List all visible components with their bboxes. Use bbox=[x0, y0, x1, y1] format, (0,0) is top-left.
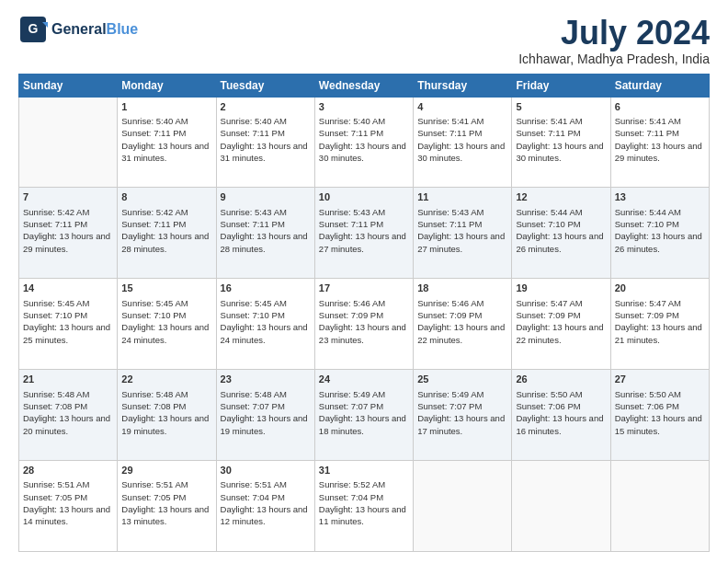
sunrise-text: Sunrise: 5:48 AM bbox=[121, 389, 188, 399]
sunset-text: Sunset: 7:11 PM bbox=[417, 128, 482, 138]
sunset-text: Sunset: 7:09 PM bbox=[516, 310, 580, 320]
day-number: 8 bbox=[121, 190, 211, 204]
sunset-text: Sunset: 7:07 PM bbox=[221, 401, 285, 411]
calendar-week-1: 1Sunrise: 5:40 AMSunset: 7:11 PMDaylight… bbox=[19, 97, 710, 188]
sunset-text: Sunset: 7:07 PM bbox=[417, 401, 482, 411]
sunrise-text: Sunrise: 5:47 AM bbox=[615, 298, 681, 308]
sunset-text: Sunset: 7:11 PM bbox=[417, 219, 482, 229]
day-number: 17 bbox=[319, 282, 409, 295]
sunset-text: Sunset: 7:10 PM bbox=[516, 219, 580, 229]
daylight-text: Daylight: 13 hours and 26 minutes. bbox=[615, 231, 702, 253]
day-number: 15 bbox=[121, 282, 211, 295]
calendar-cell: 25Sunrise: 5:49 AMSunset: 7:07 PMDayligh… bbox=[414, 370, 512, 461]
sunrise-text: Sunrise: 5:45 AM bbox=[121, 298, 188, 308]
daylight-text: Daylight: 13 hours and 29 minutes. bbox=[23, 231, 110, 253]
calendar-cell: 4Sunrise: 5:41 AMSunset: 7:11 PMDaylight… bbox=[414, 97, 512, 188]
daylight-text: Daylight: 13 hours and 14 minutes. bbox=[23, 504, 110, 526]
calendar-cell: 17Sunrise: 5:46 AMSunset: 7:09 PMDayligh… bbox=[314, 279, 413, 370]
calendar-cell: 14Sunrise: 5:45 AMSunset: 7:10 PMDayligh… bbox=[19, 279, 118, 370]
day-number: 27 bbox=[615, 373, 705, 386]
day-number: 30 bbox=[221, 464, 311, 477]
sunrise-text: Sunrise: 5:50 AM bbox=[615, 389, 681, 399]
daylight-text: Daylight: 13 hours and 20 minutes. bbox=[23, 413, 110, 435]
day-number: 18 bbox=[417, 282, 507, 295]
sunset-text: Sunset: 7:10 PM bbox=[221, 310, 285, 320]
calendar-cell: 19Sunrise: 5:47 AMSunset: 7:09 PMDayligh… bbox=[512, 279, 610, 370]
sunrise-text: Sunrise: 5:41 AM bbox=[615, 116, 681, 126]
calendar-cell bbox=[512, 461, 610, 552]
col-header-friday: Friday bbox=[512, 74, 610, 97]
daylight-text: Daylight: 13 hours and 25 minutes. bbox=[23, 322, 110, 344]
daylight-text: Daylight: 13 hours and 22 minutes. bbox=[417, 322, 505, 344]
subtitle: Ichhawar, Madhya Pradesh, India bbox=[518, 52, 710, 66]
day-number: 24 bbox=[319, 373, 409, 386]
sunset-text: Sunset: 7:09 PM bbox=[417, 310, 482, 320]
sunrise-text: Sunrise: 5:51 AM bbox=[221, 479, 287, 489]
daylight-text: Daylight: 13 hours and 29 minutes. bbox=[615, 141, 702, 163]
main-title: July 2024 bbox=[518, 15, 710, 52]
sunset-text: Sunset: 7:11 PM bbox=[23, 219, 87, 229]
sunrise-text: Sunrise: 5:44 AM bbox=[615, 207, 681, 217]
day-number: 25 bbox=[417, 373, 507, 386]
calendar-cell: 5Sunrise: 5:41 AMSunset: 7:11 PMDaylight… bbox=[512, 97, 610, 188]
day-number: 3 bbox=[319, 100, 409, 114]
daylight-text: Daylight: 13 hours and 24 minutes. bbox=[121, 322, 209, 344]
day-number: 1 bbox=[121, 100, 211, 114]
sunrise-text: Sunrise: 5:49 AM bbox=[417, 389, 483, 399]
daylight-text: Daylight: 13 hours and 31 minutes. bbox=[121, 141, 209, 163]
sunset-text: Sunset: 7:10 PM bbox=[23, 310, 87, 320]
sunrise-text: Sunrise: 5:50 AM bbox=[516, 389, 582, 399]
calendar-cell: 8Sunrise: 5:42 AMSunset: 7:11 PMDaylight… bbox=[118, 188, 216, 279]
calendar-cell: 30Sunrise: 5:51 AMSunset: 7:04 PMDayligh… bbox=[216, 461, 314, 552]
calendar-cell: 24Sunrise: 5:49 AMSunset: 7:07 PMDayligh… bbox=[314, 370, 413, 461]
sunset-text: Sunset: 7:09 PM bbox=[615, 310, 679, 320]
sunrise-text: Sunrise: 5:48 AM bbox=[221, 389, 287, 399]
daylight-text: Daylight: 13 hours and 11 minutes. bbox=[319, 504, 406, 526]
day-number: 21 bbox=[23, 373, 113, 386]
col-header-tuesday: Tuesday bbox=[216, 74, 314, 97]
sunset-text: Sunset: 7:04 PM bbox=[221, 492, 285, 502]
calendar-cell: 11Sunrise: 5:43 AMSunset: 7:11 PMDayligh… bbox=[414, 188, 512, 279]
sunrise-text: Sunrise: 5:41 AM bbox=[417, 116, 483, 126]
calendar-header-row: SundayMondayTuesdayWednesdayThursdayFrid… bbox=[19, 74, 710, 97]
day-number: 2 bbox=[221, 100, 311, 114]
calendar-cell: 27Sunrise: 5:50 AMSunset: 7:06 PMDayligh… bbox=[610, 370, 709, 461]
sunset-text: Sunset: 7:11 PM bbox=[121, 219, 186, 229]
sunrise-text: Sunrise: 5:47 AM bbox=[516, 298, 582, 308]
calendar-week-5: 28Sunrise: 5:51 AMSunset: 7:05 PMDayligh… bbox=[19, 461, 710, 552]
sunset-text: Sunset: 7:11 PM bbox=[319, 128, 383, 138]
calendar-cell: 6Sunrise: 5:41 AMSunset: 7:11 PMDaylight… bbox=[610, 97, 709, 188]
daylight-text: Daylight: 13 hours and 27 minutes. bbox=[417, 231, 505, 253]
sunrise-text: Sunrise: 5:48 AM bbox=[23, 389, 89, 399]
sunrise-text: Sunrise: 5:40 AM bbox=[121, 116, 188, 126]
sunrise-text: Sunrise: 5:44 AM bbox=[516, 207, 582, 217]
calendar-cell bbox=[610, 461, 709, 552]
sunrise-text: Sunrise: 5:52 AM bbox=[319, 479, 385, 489]
calendar-cell: 20Sunrise: 5:47 AMSunset: 7:09 PMDayligh… bbox=[610, 279, 709, 370]
daylight-text: Daylight: 13 hours and 15 minutes. bbox=[615, 413, 702, 435]
day-number: 11 bbox=[417, 190, 507, 204]
calendar-table: SundayMondayTuesdayWednesdayThursdayFrid… bbox=[18, 74, 710, 552]
daylight-text: Daylight: 13 hours and 13 minutes. bbox=[121, 504, 209, 526]
calendar-week-3: 14Sunrise: 5:45 AMSunset: 7:10 PMDayligh… bbox=[19, 279, 710, 370]
calendar-cell: 29Sunrise: 5:51 AMSunset: 7:05 PMDayligh… bbox=[118, 461, 216, 552]
calendar-cell: 15Sunrise: 5:45 AMSunset: 7:10 PMDayligh… bbox=[118, 279, 216, 370]
sunset-text: Sunset: 7:08 PM bbox=[121, 401, 186, 411]
sunrise-text: Sunrise: 5:42 AM bbox=[23, 207, 89, 217]
sunset-text: Sunset: 7:04 PM bbox=[319, 492, 383, 502]
daylight-text: Daylight: 13 hours and 26 minutes. bbox=[516, 231, 603, 253]
sunset-text: Sunset: 7:11 PM bbox=[516, 128, 580, 138]
calendar-cell: 13Sunrise: 5:44 AMSunset: 7:10 PMDayligh… bbox=[610, 188, 709, 279]
day-number: 31 bbox=[319, 464, 409, 477]
calendar-week-4: 21Sunrise: 5:48 AMSunset: 7:08 PMDayligh… bbox=[19, 370, 710, 461]
daylight-text: Daylight: 13 hours and 31 minutes. bbox=[221, 141, 308, 163]
sunrise-text: Sunrise: 5:51 AM bbox=[23, 479, 89, 489]
day-number: 9 bbox=[221, 190, 311, 204]
daylight-text: Daylight: 13 hours and 30 minutes. bbox=[319, 141, 406, 163]
col-header-wednesday: Wednesday bbox=[314, 74, 413, 97]
day-number: 10 bbox=[319, 190, 409, 204]
daylight-text: Daylight: 13 hours and 28 minutes. bbox=[121, 231, 209, 253]
daylight-text: Daylight: 13 hours and 21 minutes. bbox=[615, 322, 702, 344]
day-number: 13 bbox=[615, 190, 705, 204]
sunrise-text: Sunrise: 5:45 AM bbox=[221, 298, 287, 308]
